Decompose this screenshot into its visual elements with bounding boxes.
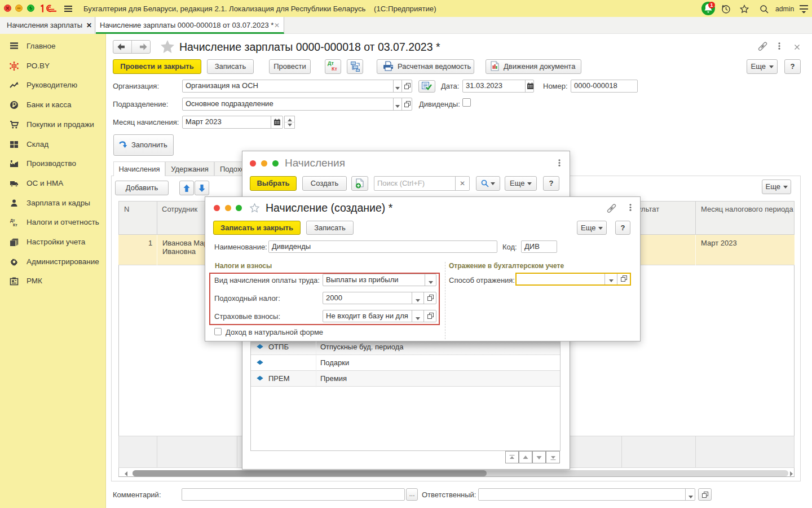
- svg-text:Кт: Кт: [13, 223, 17, 227]
- svg-text:1: 1: [710, 2, 713, 8]
